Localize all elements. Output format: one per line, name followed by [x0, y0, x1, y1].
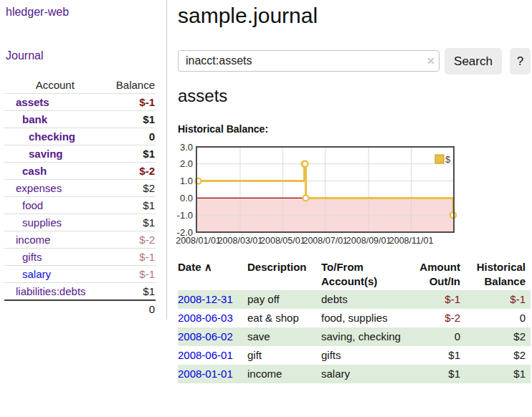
- sidebar-account-link[interactable]: cash: [22, 165, 47, 177]
- register-row: 2008-06-03eat & shopfood, supplies$-20: [178, 309, 531, 327]
- account-row: saving$1: [4, 145, 156, 163]
- register-description: income: [247, 365, 321, 383]
- sidebar-item-journal[interactable]: Journal: [6, 49, 43, 62]
- sidebar-account-link[interactable]: gifts: [22, 251, 42, 263]
- account-balance: $2: [106, 180, 156, 197]
- account-row: supplies$1: [4, 214, 156, 231]
- register-date: 2008-12-31: [178, 290, 247, 309]
- account-balance: $-1: [106, 94, 156, 111]
- transaction-date-link[interactable]: 2008-06-01: [178, 349, 233, 361]
- x-tick-label: 2008/05/01: [260, 236, 305, 246]
- accounts-table: Account Balance assets$-1bank$1checking0…: [4, 77, 156, 317]
- register-row: 2008-06-02savesaving, checking0$2: [178, 327, 531, 346]
- transaction-date-link[interactable]: 2008-01-01: [178, 368, 233, 380]
- register-description: eat & shop: [247, 309, 321, 327]
- sort-ascending-icon: ∧: [201, 261, 212, 273]
- account-balance: 0: [106, 128, 156, 145]
- account-row: checking0: [4, 128, 156, 145]
- register-balance: $2: [460, 346, 531, 365]
- legend-label: $: [445, 154, 451, 165]
- x-tick-label: 2008/11/01: [389, 236, 434, 246]
- search-button[interactable]: Search: [445, 48, 502, 75]
- accounts-total-row: 0: [4, 300, 156, 317]
- clear-search-icon[interactable]: ✕: [427, 56, 435, 66]
- sidebar-account-link[interactable]: supplies: [22, 216, 62, 229]
- register-date: 2008-06-03: [178, 309, 247, 327]
- register-balance: $-1: [460, 290, 531, 309]
- register-header-date[interactable]: Date ∧: [178, 259, 247, 290]
- y-tick-label: 1.0: [180, 176, 193, 186]
- legend-swatch: [435, 155, 444, 163]
- register-row: 2008-06-01giftgifts$1$2: [178, 346, 531, 365]
- register-description: save: [247, 327, 321, 346]
- sidebar-account-link[interactable]: assets: [16, 96, 49, 108]
- sidebar-account-link[interactable]: salary: [22, 268, 51, 280]
- y-tick-label: 3.0: [180, 142, 193, 153]
- sidebar-account-link[interactable]: income: [16, 234, 50, 246]
- chart-title-label: Historical Balance:: [178, 123, 268, 135]
- register-header-historical-balance: Historical Balance: [460, 259, 531, 290]
- register-header-amount-out-in: Amount Out/In: [402, 259, 460, 290]
- account-row: salary$-1: [4, 266, 156, 283]
- account-row: bank$1: [4, 111, 156, 128]
- y-tick-label: 2.0: [180, 158, 193, 169]
- account-row: liabilities:debts$1: [4, 283, 156, 301]
- x-tick-label: 2008/07/01: [303, 236, 348, 246]
- y-tick-label: 0.0: [180, 193, 193, 203]
- accounts-header-row: Account Balance: [4, 77, 156, 94]
- register-date: 2008-06-02: [178, 327, 247, 346]
- sidebar-account-link[interactable]: saving: [29, 148, 63, 160]
- search-input[interactable]: [178, 50, 440, 72]
- register-date: 2008-01-01: [178, 365, 247, 383]
- register-row: 2008-12-31pay offdebts$-1$-1: [178, 290, 531, 309]
- register-accounts: salary: [321, 365, 402, 383]
- account-row: assets$-1: [4, 94, 156, 111]
- account-balance: $-2: [106, 231, 156, 249]
- x-tick-label: 2008/01/01: [176, 236, 221, 246]
- account-balance: $-1: [106, 266, 156, 283]
- register-table: Date ∧DescriptionTo/From Account(s)Amoun…: [178, 259, 531, 383]
- accounts-header-balance: Balance: [106, 77, 156, 94]
- register-amount: $-1: [402, 290, 460, 309]
- register-header-to-from-account-s-: To/From Account(s): [321, 259, 402, 290]
- register-amount: $-2: [402, 309, 460, 327]
- register-row: 2008-01-01incomesalary$1$1: [178, 365, 531, 383]
- accounts-total-value: 0: [106, 300, 156, 317]
- account-row: expenses$2: [4, 180, 156, 197]
- account-balance: $1: [106, 145, 156, 163]
- chart-point: [303, 195, 308, 201]
- register-accounts: saving, checking: [321, 327, 402, 346]
- register-amount: $1: [402, 365, 460, 383]
- historical-balance-chart: 3.02.01.00.0-1.0-2.02008/01/012008/03/01…: [172, 142, 460, 251]
- transaction-date-link[interactable]: 2008-06-03: [178, 312, 233, 324]
- sidebar-account-link[interactable]: expenses: [16, 182, 62, 194]
- y-tick-label: -1.0: [177, 210, 193, 221]
- app-brand-link[interactable]: hledger-web: [6, 6, 69, 19]
- register-balance: $1: [460, 365, 531, 383]
- register-header-description: Description: [247, 259, 321, 290]
- account-row: income$-2: [4, 231, 156, 249]
- account-balance: $1: [106, 197, 156, 214]
- register-header-row: Date ∧DescriptionTo/From Account(s)Amoun…: [178, 259, 531, 290]
- account-balance: $1: [106, 214, 156, 231]
- register-description: pay off: [247, 290, 321, 309]
- sidebar-account-link[interactable]: food: [22, 199, 43, 211]
- x-tick-label: 2008/09/01: [346, 236, 391, 246]
- transaction-date-link[interactable]: 2008-06-02: [178, 330, 233, 342]
- account-balance: $-1: [106, 249, 156, 266]
- sidebar-account-link[interactable]: bank: [22, 113, 47, 125]
- sidebar-account-link[interactable]: checking: [29, 130, 75, 143]
- transaction-date-link[interactable]: 2008-12-31: [178, 293, 233, 305]
- help-button[interactable]: ?: [510, 48, 531, 75]
- register-accounts: gifts: [321, 346, 402, 365]
- register-accounts: debts: [321, 290, 402, 309]
- register-date: 2008-06-01: [178, 346, 247, 365]
- account-balance: $1: [106, 283, 156, 301]
- sidebar-account-link[interactable]: liabilities:debts: [16, 285, 86, 297]
- register-amount: $1: [402, 346, 460, 365]
- register-accounts: food, supplies: [321, 309, 402, 327]
- sidebar: hledger-web Journal Account Balance asse…: [0, 0, 167, 320]
- register-balance: 0: [460, 309, 531, 327]
- account-balance: $-2: [106, 163, 156, 180]
- register-description: gift: [247, 346, 321, 365]
